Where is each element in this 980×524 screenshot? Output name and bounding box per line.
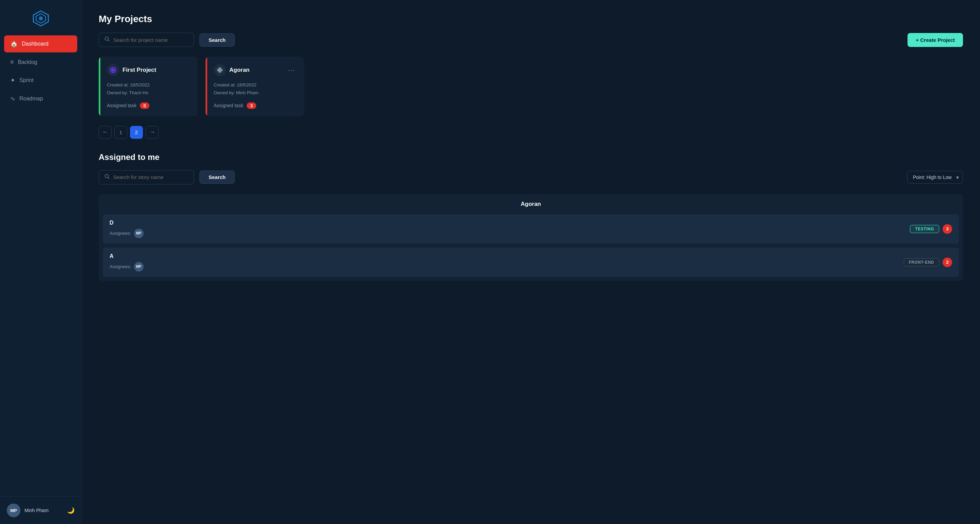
story-name: A: [110, 253, 143, 259]
project-search-wrap: [99, 33, 194, 47]
story-tag: TESTING: [910, 225, 939, 233]
assigned-group-title: Agoran: [99, 194, 963, 214]
project-name: Agoran: [229, 67, 250, 73]
story-left: D Assignees: MP: [110, 220, 143, 238]
user-info: MP Minh Pham: [7, 503, 49, 517]
story-search-input[interactable]: [113, 174, 188, 180]
svg-line-4: [108, 40, 110, 41]
story-search-wrap: [99, 170, 194, 185]
pagination-next[interactable]: →: [146, 126, 159, 139]
project-menu-icon[interactable]: ⋯: [286, 65, 296, 76]
svg-point-15: [220, 70, 221, 71]
backlog-icon: ≡: [10, 59, 14, 66]
story-search-icon: [105, 174, 110, 181]
story-tag: FRONT-END: [904, 258, 940, 266]
sort-dropdown[interactable]: Point: High to Low Point: Low to High Na…: [907, 171, 963, 184]
project-name: First Project: [123, 67, 156, 73]
svg-point-11: [112, 69, 114, 71]
task-count-badge: 3: [247, 102, 256, 109]
sidebar-item-roadmap[interactable]: ∿ Roadmap: [4, 90, 77, 107]
story-count: 3: [943, 224, 952, 234]
project-search-input[interactable]: [113, 37, 188, 43]
svg-line-21: [108, 177, 110, 178]
avatar: MP: [7, 503, 21, 517]
sidebar-item-dashboard[interactable]: 🏠 Dashboard: [4, 35, 77, 53]
project-tasks: Assigned task 0: [107, 102, 189, 109]
story-assignees: Assignees: MP: [110, 262, 143, 272]
task-count-badge: 0: [140, 102, 150, 109]
search-icon: [105, 37, 110, 43]
story-row[interactable]: D Assignees: MP TESTING 3: [103, 214, 959, 244]
roadmap-icon: ∿: [10, 95, 15, 102]
story-right: FRONT-END 2: [904, 258, 953, 267]
story-row[interactable]: A Assignees: MP FRONT-END 2: [103, 248, 959, 277]
pagination-prev[interactable]: ←: [99, 126, 111, 139]
project-card-header: Agoran ⋯: [214, 64, 296, 76]
story-right: TESTING 3: [910, 224, 952, 234]
sidebar-nav: 🏠 Dashboard ≡ Backlog ✦ Sprint ∿ Roadmap: [0, 35, 81, 497]
sidebar-item-label: Sprint: [19, 77, 34, 83]
project-search-button[interactable]: Search: [199, 33, 235, 46]
agoran-project-icon: [214, 64, 226, 76]
user-name: Minh Pham: [24, 508, 49, 513]
create-project-button[interactable]: + Create Project: [907, 33, 963, 47]
project-tasks: Assigned task 3: [214, 102, 296, 109]
assigned-section: Agoran D Assignees: MP TESTING 3 A Assig…: [99, 194, 963, 281]
sidebar-item-label: Dashboard: [22, 41, 48, 47]
home-icon: 🏠: [10, 40, 18, 48]
project-meta: Created at: 18/5/2022 Owned by: Thach Ho: [107, 81, 189, 97]
theme-toggle-icon[interactable]: 🌙: [67, 506, 75, 514]
sidebar-item-label: Roadmap: [19, 96, 43, 102]
project-title-row: Agoran: [214, 64, 250, 76]
project-card-first-project[interactable]: First Project Created at: 18/5/2022 Owne…: [99, 56, 197, 116]
sort-wrap: Point: High to Low Point: Low to High Na…: [907, 171, 963, 184]
sidebar-item-backlog[interactable]: ≡ Backlog: [4, 54, 77, 70]
first-project-icon: [107, 64, 119, 76]
project-search-row: Search + Create Project: [99, 33, 963, 47]
main-content: My Projects Search + Create Project: [82, 0, 980, 524]
logo-area: [0, 0, 81, 35]
story-assignees: Assignees: MP: [110, 229, 143, 238]
story-left: A Assignees: MP: [110, 253, 143, 272]
story-search-button[interactable]: Search: [199, 170, 235, 184]
sidebar-item-label: Backlog: [18, 59, 37, 65]
assigned-section-title: Assigned to me: [99, 153, 963, 162]
assignee-avatar: MP: [134, 262, 143, 272]
project-card-agoran[interactable]: Agoran ⋯ Created at: 18/5/2022 Owned by:…: [205, 56, 304, 116]
project-card-header: First Project: [107, 64, 189, 76]
svg-point-2: [39, 16, 43, 21]
pagination: ← 1 2 →: [99, 126, 963, 139]
sidebar-item-sprint[interactable]: ✦ Sprint: [4, 72, 77, 89]
project-meta: Created at: 18/5/2022 Owned by: Minh Pha…: [214, 81, 296, 97]
app-logo-icon: [32, 10, 50, 27]
story-search-row: Search Point: High to Low Point: Low to …: [99, 170, 963, 185]
project-title-row: First Project: [107, 64, 156, 76]
sidebar-footer: MP Minh Pham 🌙: [0, 497, 81, 524]
story-name: D: [110, 220, 143, 226]
assignee-avatar: MP: [134, 229, 143, 238]
sprint-icon: ✦: [10, 76, 15, 84]
sidebar: 🏠 Dashboard ≡ Backlog ✦ Sprint ∿ Roadmap…: [0, 0, 82, 524]
projects-grid: First Project Created at: 18/5/2022 Owne…: [99, 56, 963, 116]
pagination-page-2[interactable]: 2: [130, 126, 143, 139]
page-title: My Projects: [99, 14, 963, 24]
story-count: 2: [943, 258, 952, 267]
pagination-page-1[interactable]: 1: [115, 126, 127, 139]
